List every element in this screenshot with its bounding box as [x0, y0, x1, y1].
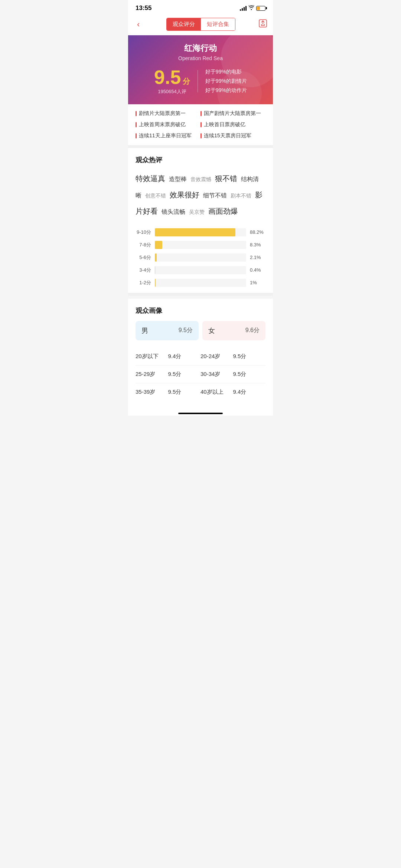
home-indicator: [128, 410, 273, 416]
rating-bars: 9-10分88.2%7-8分8.3%5-6分2.1%3-4分0.4%1-2分1%: [136, 228, 265, 287]
movie-title-cn: 红海行动: [136, 43, 265, 54]
score-display: 9.5 分: [154, 68, 190, 87]
age-table: 20岁以下9.4分20-24岁9.5分25-29岁9.5分30-34岁9.5分3…: [136, 348, 265, 401]
bar-container: [155, 241, 246, 249]
movie-title-en: Operation Red Sea: [136, 55, 265, 61]
status-icons: [240, 5, 265, 11]
tag-item: 创意不错: [145, 193, 166, 199]
gender-label: 男: [141, 326, 148, 335]
tag-item: 镜头流畅: [162, 209, 185, 215]
age-row: 35-39岁9.5分40岁以上9.4分: [136, 383, 265, 401]
bar-container: [155, 279, 246, 287]
bar-container: [155, 253, 246, 262]
battery-icon: [256, 6, 265, 11]
score-right: 好于99%的电影好于99%的剧情片好于99%的动作片: [205, 67, 247, 95]
rating-pct: 88.2%: [250, 229, 265, 235]
rating-pct: 0.4%: [250, 267, 265, 273]
age-score: 9.5分: [233, 353, 266, 360]
rating-row: 7-8分8.3%: [136, 241, 265, 249]
record-dot: [136, 122, 137, 127]
record-dot: [136, 111, 137, 116]
home-bar: [178, 413, 223, 414]
record-text: 连续15天票房日冠军: [204, 132, 251, 139]
status-bar: 13:55: [128, 0, 273, 15]
age-score: 9.4分: [168, 353, 201, 360]
tag-item: 音效震憾: [190, 176, 211, 182]
audience-section: 观众热评 特效逼真造型棒音效震憾狠不错结构清晰创意不错效果很好细节不错剧本不错影…: [128, 148, 273, 293]
signal-icon: [240, 6, 247, 11]
hero-section: 红海行动 Operation Red Sea 9.5 分 1950654人评 好…: [128, 35, 273, 104]
age-label: 35-39岁: [136, 389, 168, 396]
bar-fill: [155, 228, 235, 236]
rating-label: 1-2分: [136, 279, 151, 286]
record-dot: [136, 133, 137, 138]
gender-card-male: 男9.5分: [136, 321, 199, 340]
record-item: 连续11天上座率日冠军: [136, 132, 200, 139]
rating-row: 9-10分88.2%: [136, 228, 265, 236]
record-item: 连续15天票房日冠军: [200, 132, 265, 139]
back-button[interactable]: ‹: [134, 18, 143, 31]
rating-pct: 2.1%: [250, 255, 265, 260]
age-score: 9.5分: [168, 389, 201, 396]
record-text: 连续11天上座率日冠军: [139, 132, 192, 139]
bar-fill: [155, 241, 162, 249]
profile-section: 观众画像 男9.5分女9.6分 20岁以下9.4分20-24岁9.5分25-29…: [128, 299, 273, 410]
rating-label: 3-4分: [136, 267, 151, 273]
tab-short-reviews[interactable]: 短评合集: [201, 18, 235, 30]
rating-row: 5-6分2.1%: [136, 253, 265, 262]
gender-card-female: 女9.6分: [202, 321, 265, 340]
score-unit: 分: [183, 77, 190, 85]
score-left: 9.5 分 1950654人评: [154, 68, 190, 95]
rating-label: 9-10分: [136, 229, 151, 236]
score-area: 9.5 分 1950654人评 好于99%的电影好于99%的剧情片好于99%的动…: [136, 67, 265, 95]
record-item: 剧情片大陆票房第一: [136, 110, 200, 117]
nav-bar: ‹ 观众评分 短评合集: [128, 15, 273, 35]
bar-container: [155, 228, 246, 236]
record-dot: [200, 122, 202, 127]
tag-item: 吴京赞: [189, 209, 205, 215]
gender-label: 女: [208, 326, 215, 335]
gender-score: 9.6分: [245, 327, 260, 334]
profile-section-title: 观众画像: [136, 306, 265, 315]
age-score: 9.5分: [168, 371, 201, 378]
age-label: 20岁以下: [136, 353, 168, 360]
record-item: 国产剧情片大陆票房第一: [200, 110, 265, 117]
record-dot: [200, 111, 202, 116]
comparison-item: 好于99%的动作片: [205, 86, 247, 95]
rating-count: 1950654人评: [154, 88, 190, 95]
age-row: 20岁以下9.4分20-24岁9.5分: [136, 348, 265, 366]
age-row: 25-29岁9.5分30-34岁9.5分: [136, 366, 265, 383]
score-number: 9.5: [154, 66, 181, 88]
share-button[interactable]: [259, 19, 267, 29]
comparison-item: 好于99%的电影: [205, 67, 247, 76]
record-text: 上映首日票房破亿: [204, 121, 245, 128]
record-item: 上映首周末票房破亿: [136, 121, 200, 128]
score-divider: [198, 70, 198, 92]
bar-container: [155, 266, 246, 274]
record-text: 国产剧情片大陆票房第一: [204, 110, 261, 117]
rating-pct: 1%: [250, 280, 265, 285]
tag-item: 效果很好: [170, 191, 199, 199]
record-text: 剧情片大陆票房第一: [139, 110, 186, 117]
tag-item: 造型棒: [169, 176, 187, 182]
records-section: 剧情片大陆票房第一国产剧情片大陆票房第一上映首周末票房破亿上映首日票房破亿连续1…: [128, 104, 273, 145]
audience-section-title: 观众热评: [136, 155, 265, 164]
bar-fill: [155, 253, 157, 262]
tab-audience-score[interactable]: 观众评分: [167, 18, 201, 30]
record-item: 上映首日票房破亿: [200, 121, 265, 128]
gender-grid: 男9.5分女9.6分: [136, 321, 265, 340]
bar-fill: [155, 279, 156, 287]
status-time: 13:55: [136, 4, 151, 12]
tag-item: 狠不错: [215, 174, 237, 183]
section-divider-1: [128, 145, 273, 148]
record-text: 上映首周末票房破亿: [139, 121, 186, 128]
bar-fill: [155, 266, 155, 274]
tag-cloud: 特效逼真造型棒音效震憾狠不错结构清晰创意不错效果很好细节不错剧本不错影片好看镜头…: [136, 170, 265, 219]
tag-item: 特效逼真: [136, 174, 165, 183]
age-label: 40岁以上: [200, 389, 233, 396]
comparison-item: 好于99%的剧情片: [205, 76, 247, 86]
age-score: 9.4分: [233, 389, 266, 396]
gender-score: 9.5分: [179, 327, 193, 334]
age-label: 20-24岁: [200, 353, 233, 360]
tag-item: 画面劲爆: [208, 207, 238, 215]
